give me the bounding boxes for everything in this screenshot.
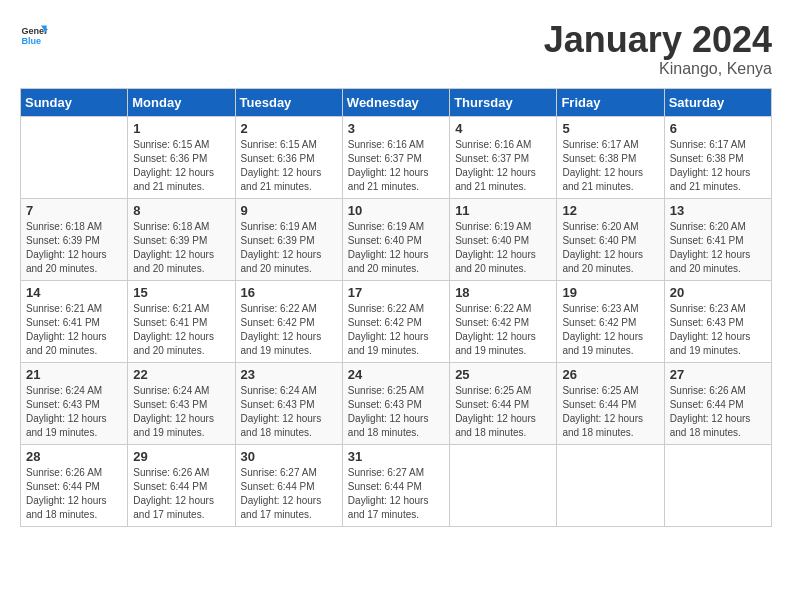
calendar-cell: 9Sunrise: 6:19 AMSunset: 6:39 PMDaylight…: [235, 198, 342, 280]
day-info: Sunrise: 6:22 AMSunset: 6:42 PMDaylight:…: [348, 302, 444, 358]
day-info-line: Daylight: 12 hours and 20 minutes.: [133, 249, 214, 274]
day-number: 22: [133, 367, 229, 382]
calendar-cell: 7Sunrise: 6:18 AMSunset: 6:39 PMDaylight…: [21, 198, 128, 280]
day-info: Sunrise: 6:23 AMSunset: 6:42 PMDaylight:…: [562, 302, 658, 358]
day-number: 8: [133, 203, 229, 218]
day-number: 5: [562, 121, 658, 136]
svg-text:Blue: Blue: [21, 36, 41, 46]
day-info-line: Sunset: 6:43 PM: [26, 399, 100, 410]
day-info-line: Sunrise: 6:19 AM: [455, 221, 531, 232]
day-info: Sunrise: 6:19 AMSunset: 6:40 PMDaylight:…: [455, 220, 551, 276]
day-info: Sunrise: 6:22 AMSunset: 6:42 PMDaylight:…: [241, 302, 337, 358]
day-number: 10: [348, 203, 444, 218]
day-info-line: Daylight: 12 hours and 21 minutes.: [670, 167, 751, 192]
calendar-cell: [664, 444, 771, 526]
day-info: Sunrise: 6:23 AMSunset: 6:43 PMDaylight:…: [670, 302, 766, 358]
day-info-line: Sunrise: 6:16 AM: [455, 139, 531, 150]
calendar-week-3: 14Sunrise: 6:21 AMSunset: 6:41 PMDayligh…: [21, 280, 772, 362]
day-number: 24: [348, 367, 444, 382]
day-info-line: Daylight: 12 hours and 19 minutes.: [670, 331, 751, 356]
day-info-line: Sunset: 6:36 PM: [133, 153, 207, 164]
day-info-line: Daylight: 12 hours and 18 minutes.: [455, 413, 536, 438]
day-info-line: Sunrise: 6:17 AM: [562, 139, 638, 150]
day-info-line: Sunset: 6:41 PM: [133, 317, 207, 328]
day-info-line: Daylight: 12 hours and 21 minutes.: [133, 167, 214, 192]
day-number: 18: [455, 285, 551, 300]
title-area: January 2024 Kinango, Kenya: [544, 20, 772, 78]
column-header-sunday: Sunday: [21, 88, 128, 116]
calendar-cell: 26Sunrise: 6:25 AMSunset: 6:44 PMDayligh…: [557, 362, 664, 444]
day-info: Sunrise: 6:21 AMSunset: 6:41 PMDaylight:…: [26, 302, 122, 358]
day-info-line: Sunrise: 6:18 AM: [26, 221, 102, 232]
day-info-line: Sunrise: 6:22 AM: [455, 303, 531, 314]
day-info-line: Daylight: 12 hours and 19 minutes.: [133, 413, 214, 438]
day-info-line: Sunset: 6:44 PM: [133, 481, 207, 492]
day-info-line: Sunset: 6:37 PM: [455, 153, 529, 164]
day-number: 3: [348, 121, 444, 136]
day-info-line: Sunset: 6:42 PM: [241, 317, 315, 328]
day-number: 21: [26, 367, 122, 382]
day-info: Sunrise: 6:24 AMSunset: 6:43 PMDaylight:…: [241, 384, 337, 440]
day-info-line: Sunrise: 6:16 AM: [348, 139, 424, 150]
calendar-cell: 22Sunrise: 6:24 AMSunset: 6:43 PMDayligh…: [128, 362, 235, 444]
day-info-line: Daylight: 12 hours and 17 minutes.: [348, 495, 429, 520]
calendar-cell: 4Sunrise: 6:16 AMSunset: 6:37 PMDaylight…: [450, 116, 557, 198]
day-info: Sunrise: 6:16 AMSunset: 6:37 PMDaylight:…: [455, 138, 551, 194]
day-number: 29: [133, 449, 229, 464]
column-header-wednesday: Wednesday: [342, 88, 449, 116]
day-info-line: Sunrise: 6:17 AM: [670, 139, 746, 150]
day-info-line: Daylight: 12 hours and 18 minutes.: [241, 413, 322, 438]
day-info: Sunrise: 6:22 AMSunset: 6:42 PMDaylight:…: [455, 302, 551, 358]
calendar-cell: 3Sunrise: 6:16 AMSunset: 6:37 PMDaylight…: [342, 116, 449, 198]
day-number: 16: [241, 285, 337, 300]
day-info-line: Daylight: 12 hours and 19 minutes.: [26, 413, 107, 438]
day-info-line: Sunrise: 6:22 AM: [241, 303, 317, 314]
day-info-line: Daylight: 12 hours and 20 minutes.: [26, 249, 107, 274]
day-number: 23: [241, 367, 337, 382]
day-info: Sunrise: 6:27 AMSunset: 6:44 PMDaylight:…: [348, 466, 444, 522]
calendar-table: SundayMondayTuesdayWednesdayThursdayFrid…: [20, 88, 772, 527]
day-info-line: Sunrise: 6:26 AM: [670, 385, 746, 396]
calendar-cell: 30Sunrise: 6:27 AMSunset: 6:44 PMDayligh…: [235, 444, 342, 526]
calendar-cell: 29Sunrise: 6:26 AMSunset: 6:44 PMDayligh…: [128, 444, 235, 526]
day-info-line: Sunset: 6:36 PM: [241, 153, 315, 164]
day-info-line: Daylight: 12 hours and 20 minutes.: [26, 331, 107, 356]
day-info-line: Daylight: 12 hours and 20 minutes.: [241, 249, 322, 274]
day-info-line: Sunrise: 6:23 AM: [562, 303, 638, 314]
day-info-line: Sunrise: 6:15 AM: [133, 139, 209, 150]
day-info-line: Sunset: 6:37 PM: [348, 153, 422, 164]
day-number: 17: [348, 285, 444, 300]
day-info-line: Daylight: 12 hours and 19 minutes.: [241, 331, 322, 356]
day-info-line: Sunset: 6:41 PM: [26, 317, 100, 328]
day-number: 27: [670, 367, 766, 382]
day-number: 7: [26, 203, 122, 218]
day-info-line: Daylight: 12 hours and 19 minutes.: [562, 331, 643, 356]
day-info-line: Sunset: 6:44 PM: [562, 399, 636, 410]
day-info-line: Sunset: 6:44 PM: [670, 399, 744, 410]
column-header-monday: Monday: [128, 88, 235, 116]
day-info-line: Sunrise: 6:23 AM: [670, 303, 746, 314]
day-info-line: Daylight: 12 hours and 20 minutes.: [133, 331, 214, 356]
calendar-cell: 1Sunrise: 6:15 AMSunset: 6:36 PMDaylight…: [128, 116, 235, 198]
day-number: 1: [133, 121, 229, 136]
calendar-cell: 2Sunrise: 6:15 AMSunset: 6:36 PMDaylight…: [235, 116, 342, 198]
day-info-line: Daylight: 12 hours and 20 minutes.: [670, 249, 751, 274]
column-header-tuesday: Tuesday: [235, 88, 342, 116]
day-info: Sunrise: 6:19 AMSunset: 6:40 PMDaylight:…: [348, 220, 444, 276]
day-info-line: Daylight: 12 hours and 21 minutes.: [348, 167, 429, 192]
calendar-cell: 20Sunrise: 6:23 AMSunset: 6:43 PMDayligh…: [664, 280, 771, 362]
column-header-friday: Friday: [557, 88, 664, 116]
logo: General Blue: [20, 20, 48, 48]
day-number: 9: [241, 203, 337, 218]
calendar-cell: 23Sunrise: 6:24 AMSunset: 6:43 PMDayligh…: [235, 362, 342, 444]
day-info-line: Daylight: 12 hours and 21 minutes.: [562, 167, 643, 192]
calendar-cell: 21Sunrise: 6:24 AMSunset: 6:43 PMDayligh…: [21, 362, 128, 444]
day-number: 20: [670, 285, 766, 300]
day-info-line: Sunset: 6:39 PM: [241, 235, 315, 246]
day-number: 26: [562, 367, 658, 382]
column-header-saturday: Saturday: [664, 88, 771, 116]
day-info: Sunrise: 6:18 AMSunset: 6:39 PMDaylight:…: [133, 220, 229, 276]
calendar-cell: 8Sunrise: 6:18 AMSunset: 6:39 PMDaylight…: [128, 198, 235, 280]
calendar-cell: 18Sunrise: 6:22 AMSunset: 6:42 PMDayligh…: [450, 280, 557, 362]
day-info-line: Sunrise: 6:24 AM: [133, 385, 209, 396]
